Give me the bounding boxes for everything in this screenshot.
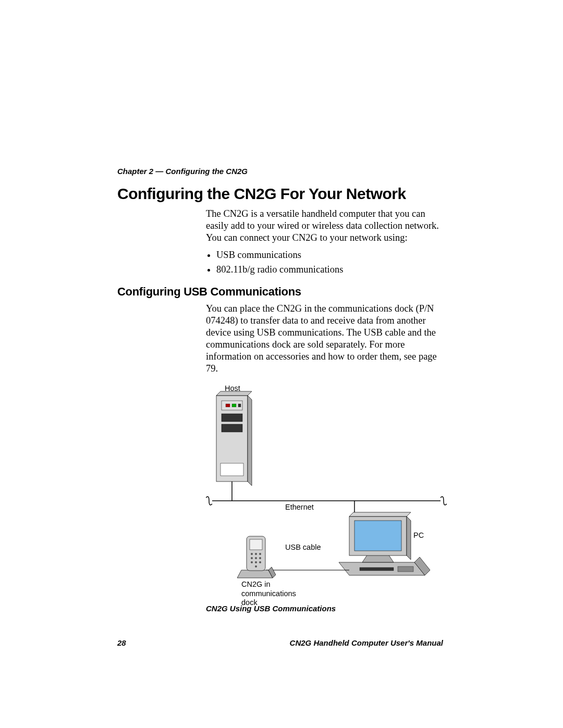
manual-title: CN2G Handheld Computer User's Manual <box>290 638 443 647</box>
diagram-pc-label: PC <box>413 531 424 540</box>
heading-main: Configuring the CN2G For Your Network <box>117 185 443 203</box>
svg-rect-7 <box>222 414 242 422</box>
svg-point-35 <box>259 561 261 563</box>
svg-rect-6 <box>238 404 241 407</box>
svg-marker-23 <box>237 570 273 578</box>
svg-marker-20 <box>349 512 411 516</box>
page-number: 28 <box>117 638 126 647</box>
pc-icon <box>339 512 430 575</box>
svg-point-34 <box>255 561 257 563</box>
usb-paragraph: You can place the CN2G in the communicat… <box>206 303 443 375</box>
svg-rect-16 <box>398 566 413 572</box>
ethernet-line-icon <box>206 497 447 505</box>
svg-point-31 <box>255 557 257 559</box>
diagram-host-label: Host <box>225 384 240 393</box>
heading-sub: Configuring USB Communications <box>117 285 443 299</box>
svg-rect-26 <box>250 539 262 550</box>
diagram-cn2g-dock-label: CN2G in communications dock <box>241 580 304 607</box>
host-computer-icon <box>216 391 252 486</box>
svg-point-30 <box>251 557 253 559</box>
svg-point-36 <box>255 565 257 567</box>
svg-rect-8 <box>222 424 242 432</box>
svg-point-29 <box>259 553 261 555</box>
bullet-item: USB communications <box>216 249 443 261</box>
svg-rect-9 <box>221 463 243 476</box>
cn2g-dock-icon <box>237 536 276 578</box>
diagram-usb-cable-label: USB cable <box>285 543 321 552</box>
svg-point-32 <box>259 557 261 559</box>
svg-marker-19 <box>407 516 411 560</box>
svg-rect-4 <box>226 404 230 407</box>
svg-point-33 <box>251 561 253 563</box>
diagram-ethernet-label: Ethernet <box>285 503 314 512</box>
svg-point-27 <box>251 553 253 555</box>
svg-rect-5 <box>232 404 236 407</box>
bullet-item: 802.11b/g radio communications <box>216 264 443 276</box>
svg-rect-21 <box>354 521 401 551</box>
chapter-label: Chapter 2 — Configuring the CN2G <box>117 167 443 176</box>
network-diagram: Host Ethernet PC USB cable CN2G in commu… <box>206 385 448 599</box>
svg-point-28 <box>255 553 257 555</box>
svg-rect-15 <box>360 567 394 571</box>
svg-marker-1 <box>248 396 252 486</box>
intro-paragraph: The CN2G is a versatile handheld compute… <box>206 208 443 244</box>
